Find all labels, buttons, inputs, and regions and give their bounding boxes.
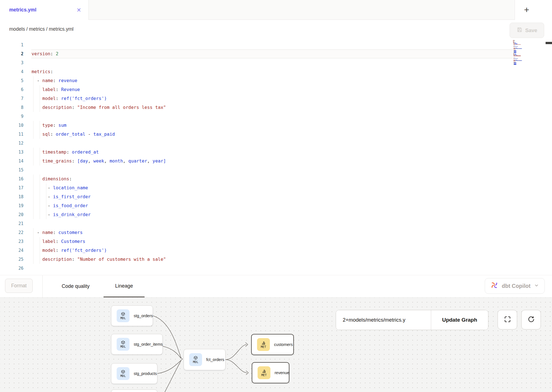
code-line: 7 model: ref('fct_orders') bbox=[0, 94, 552, 103]
code-editor[interactable]: 12version: 234metrics:5 - name: revenue6… bbox=[0, 39, 552, 275]
indent-guide bbox=[40, 183, 40, 192]
code-line: 17 - location_name bbox=[0, 183, 552, 192]
indent-guide bbox=[33, 130, 33, 139]
code-line: 11 sql: order_total - tax_paid bbox=[0, 130, 552, 139]
toolbar-divider bbox=[42, 275, 43, 297]
refresh-icon bbox=[527, 315, 535, 324]
code-line: 19 - is_food_order bbox=[0, 201, 552, 210]
lineage-node-stg_order_items[interactable]: MDLstg_order_items bbox=[111, 334, 163, 355]
indent-guide bbox=[40, 157, 40, 166]
indent-guide bbox=[33, 148, 33, 157]
line-number: 11 bbox=[0, 130, 23, 139]
indent-guide bbox=[40, 103, 40, 112]
indent-guide bbox=[40, 237, 40, 246]
line-number: 24 bbox=[0, 246, 23, 255]
node-label: stg_products bbox=[134, 371, 157, 376]
indent-guide bbox=[33, 94, 33, 103]
indent-guide bbox=[40, 148, 40, 157]
code-line: 13 timestamp: ordered_at bbox=[0, 148, 552, 157]
tab-code-quality[interactable]: Code quality bbox=[52, 275, 100, 297]
indent-guide bbox=[33, 121, 33, 130]
code-line: 6 label: Revenue bbox=[0, 85, 552, 94]
node-label: revenue bbox=[275, 371, 289, 375]
indent-guide bbox=[33, 175, 33, 183]
code-lines: 12version: 234metrics:5 - name: revenue6… bbox=[0, 40, 552, 273]
indent-guide bbox=[46, 192, 46, 201]
node-label: stg_order_items bbox=[134, 342, 163, 346]
dbt-ide-window: metrics.yml ✕ + models / metrics / metri… bbox=[0, 0, 552, 392]
line-number: 8 bbox=[0, 103, 23, 112]
code-line: 24 model: ref('fct_orders') bbox=[0, 246, 552, 255]
indent-guide bbox=[33, 201, 33, 210]
code-line: 23 label: Customers bbox=[0, 237, 552, 246]
indent-guide bbox=[46, 210, 46, 219]
lineage-selector-input[interactable] bbox=[336, 310, 431, 330]
indent-guide bbox=[46, 183, 46, 192]
indent-guide bbox=[33, 246, 33, 255]
code-line: 14 time_grains: [day, week, month, quart… bbox=[0, 157, 552, 166]
bottom-toolbar: Format Code quality Lineage dbt Copilot bbox=[0, 275, 552, 298]
line-number: 5 bbox=[0, 76, 23, 85]
line-number: 4 bbox=[0, 67, 23, 76]
breadcrumb: models / metrics / metrics.yml bbox=[9, 20, 73, 39]
line-number: 2 bbox=[0, 49, 23, 58]
copilot-label: dbt Copilot bbox=[502, 283, 531, 289]
line-number: 17 bbox=[0, 183, 23, 192]
code-line: 3 bbox=[0, 58, 552, 67]
line-number: 21 bbox=[0, 219, 23, 228]
lineage-node-stg_orders[interactable]: MDLstg_orders bbox=[111, 305, 153, 326]
save-button[interactable]: Save bbox=[510, 23, 544, 38]
lineage-node-customers[interactable]: METcustomers bbox=[251, 334, 294, 355]
lineage-node-partial[interactable]: MDL bbox=[111, 389, 157, 392]
indent-guide bbox=[33, 192, 33, 201]
code-line: 22 - name: customers bbox=[0, 228, 552, 237]
minimap[interactable] bbox=[513, 40, 529, 66]
node-label: stg_orders bbox=[134, 314, 153, 318]
update-graph-button[interactable]: Update Graph bbox=[431, 310, 488, 330]
line-number: 25 bbox=[0, 255, 23, 264]
indent-guide bbox=[33, 76, 33, 85]
lineage-canvas[interactable]: MDLstg_ordersMDLstg_order_itemsMDLstg_pr… bbox=[0, 298, 552, 392]
indent-guide bbox=[40, 192, 40, 201]
code-line: 10 type: sum bbox=[0, 121, 552, 130]
new-tab-button[interactable]: + bbox=[521, 4, 532, 16]
lineage-node-stg_products[interactable]: MDLstg_products bbox=[111, 363, 157, 384]
indent-guide bbox=[33, 85, 33, 94]
close-icon[interactable]: ✕ bbox=[76, 7, 81, 13]
code-line: 1 bbox=[0, 40, 552, 49]
fullscreen-icon bbox=[504, 315, 511, 324]
tab-bar-empty-area bbox=[89, 0, 515, 20]
line-number: 9 bbox=[0, 112, 23, 121]
indent-guide bbox=[40, 121, 40, 130]
line-number: 26 bbox=[0, 264, 23, 273]
line-number: 7 bbox=[0, 94, 23, 103]
fullscreen-button[interactable] bbox=[498, 310, 517, 329]
code-line: 21 bbox=[0, 219, 552, 228]
lineage-node-revenue[interactable]: METrevenue bbox=[252, 362, 289, 383]
lineage-node-fct_orders[interactable]: MDLfct_orders bbox=[184, 349, 225, 370]
new-tab-area: + bbox=[515, 0, 552, 20]
indent-guide bbox=[33, 237, 33, 246]
code-line: 20 - is_drink_order bbox=[0, 210, 552, 219]
line-number: 15 bbox=[0, 166, 23, 175]
indent-guide bbox=[40, 175, 40, 183]
code-line: 25 description: "Number of customers wit… bbox=[0, 255, 552, 264]
code-line: 16 dimensions: bbox=[0, 175, 552, 183]
code-line: 5 - name: revenue bbox=[0, 76, 552, 85]
indent-guide bbox=[40, 94, 40, 103]
scrollbar-thumb[interactable] bbox=[546, 42, 552, 44]
line-number: 19 bbox=[0, 201, 23, 210]
line-number: 20 bbox=[0, 210, 23, 219]
tab-lineage[interactable]: Lineage bbox=[104, 275, 145, 297]
copilot-button[interactable]: dbt Copilot bbox=[485, 278, 545, 294]
model-icon: MDL bbox=[117, 338, 129, 351]
line-number: 22 bbox=[0, 228, 23, 237]
refresh-button[interactable] bbox=[521, 310, 541, 329]
node-label: fct_orders bbox=[206, 357, 224, 362]
tab-metrics-yml[interactable]: metrics.yml ✕ bbox=[0, 0, 89, 20]
indent-guide bbox=[33, 210, 33, 219]
format-button[interactable]: Format bbox=[5, 279, 33, 293]
file-header: models / metrics / metrics.yml Save bbox=[0, 20, 552, 39]
indent-guide bbox=[33, 183, 33, 192]
node-label: customers bbox=[274, 342, 293, 347]
